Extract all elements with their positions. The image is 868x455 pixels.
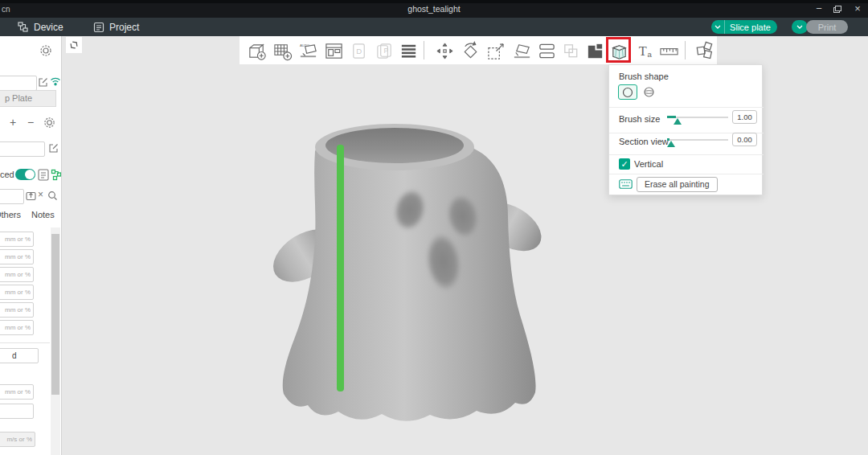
move-icon[interactable] — [433, 39, 456, 62]
add-plate-icon[interactable] — [271, 39, 293, 62]
brush-size-slider-handle[interactable] — [674, 118, 682, 125]
sidebar-collapse-button[interactable] — [66, 37, 82, 53]
ghost-model[interactable] — [269, 105, 551, 442]
edit-filament-icon[interactable] — [48, 143, 59, 155]
section-view-input[interactable] — [732, 133, 757, 146]
remove-filament-button[interactable]: − — [27, 116, 34, 129]
collapse-arrows-icon — [68, 39, 81, 52]
split-objects-icon[interactable] — [535, 39, 558, 62]
close-button[interactable]: × — [849, 2, 866, 16]
scrollbar-thumb[interactable] — [51, 234, 59, 395]
dropdown-field[interactable] — [0, 348, 39, 363]
wifi-icon[interactable] — [50, 77, 61, 88]
section-view-slider-handle[interactable] — [667, 141, 675, 147]
print-dropdown-chevron-icon[interactable] — [792, 20, 808, 34]
advanced-toggle[interactable] — [15, 169, 35, 180]
project-icon — [93, 22, 104, 33]
tab-others[interactable]: Others — [0, 210, 21, 219]
ghost-body — [283, 129, 536, 420]
param-field[interactable] — [0, 302, 34, 318]
tab-device[interactable]: Device — [18, 18, 63, 36]
window-title: ghost_tealight — [0, 4, 868, 14]
brush-size-slider[interactable] — [667, 112, 728, 123]
sidebar-scrollbar[interactable] — [51, 228, 60, 455]
import-p-icon: P — [373, 39, 395, 62]
tab-project-label: Project — [109, 22, 139, 33]
arrange-icon[interactable] — [322, 39, 345, 62]
save-preset-icon[interactable] — [26, 191, 36, 203]
vertical-checkbox[interactable]: ✓ — [619, 158, 630, 170]
text-tool-icon[interactable]: T a — [634, 39, 657, 62]
brush-shape-label: Brush shape — [619, 72, 669, 81]
toolbar: AUTO D P — [240, 36, 717, 64]
objects-tree-icon[interactable] — [51, 169, 62, 182]
section-view-label: Section view — [619, 137, 669, 146]
slice-dropdown-chevron-icon[interactable] — [711, 20, 725, 34]
filament-input[interactable] — [0, 141, 45, 157]
maximize-icon — [835, 6, 841, 11]
layers-icon[interactable] — [397, 39, 420, 62]
text-tool-glyph-a: a — [647, 50, 652, 59]
print-label: Print — [818, 23, 837, 32]
printer-name-input[interactable] — [0, 76, 37, 91]
print-button[interactable]: Print — [806, 20, 848, 34]
clear-search-icon[interactable]: × — [38, 189, 43, 200]
brush-size-input[interactable] — [732, 110, 757, 124]
section-view-slider[interactable] — [667, 134, 728, 146]
param-search-input[interactable] — [0, 189, 24, 204]
place-on-face-icon[interactable] — [510, 39, 533, 62]
variable-layer-height-icon[interactable] — [583, 39, 606, 62]
slice-plate-button[interactable]: Slice plate — [711, 20, 777, 34]
measure-icon[interactable] — [657, 39, 680, 62]
param-field[interactable] — [0, 285, 34, 300]
seam-paint-stripe — [337, 145, 344, 391]
tab-project[interactable]: Project — [93, 18, 139, 36]
divider — [609, 174, 764, 174]
brush-shape-sphere-button[interactable] — [643, 86, 655, 100]
ghost-cup-opening — [326, 128, 464, 163]
param-field[interactable] — [0, 249, 34, 264]
auto-glyph: AUTO — [299, 43, 309, 47]
scale-icon[interactable] — [485, 39, 507, 62]
sphere-brush-icon — [643, 86, 655, 98]
toolbar-separator — [685, 41, 686, 59]
add-object-icon[interactable] — [245, 39, 268, 62]
maximize-button[interactable] — [829, 2, 847, 16]
svg-text:P: P — [383, 47, 388, 55]
brush-shape-circle-button[interactable] — [618, 84, 637, 100]
split-parts-icon — [559, 39, 582, 62]
keyboard-shortcuts-icon[interactable] — [619, 179, 633, 191]
search-icon[interactable] — [47, 191, 58, 203]
speed-field-disabled — [0, 432, 35, 447]
viewport-3d[interactable]: AUTO D P — [62, 36, 868, 455]
erase-all-painting-button[interactable]: Erase all painting — [637, 177, 718, 192]
minimize-button[interactable]: − — [810, 2, 828, 16]
param-field[interactable] — [0, 267, 34, 282]
seam-painting-icon[interactable] — [608, 39, 630, 62]
rotate-icon[interactable] — [459, 39, 481, 62]
parameter-list-icon[interactable] — [38, 169, 49, 182]
menu-bar: Device Project Slice plate Print — [0, 18, 868, 36]
import-d-icon: D — [347, 39, 370, 62]
device-icon — [18, 22, 29, 33]
advanced-label: ced — [0, 170, 14, 179]
slice-plate-label: Slice plate — [725, 23, 777, 32]
brush-size-label: Brush size — [619, 114, 660, 124]
add-filament-button[interactable]: + — [10, 116, 16, 129]
plate-type-button[interactable]: p Plate — [0, 90, 56, 107]
param-field[interactable] — [0, 320, 34, 335]
printer-settings-gear-icon[interactable] — [39, 44, 52, 59]
edit-printer-icon[interactable] — [38, 77, 48, 89]
param-field[interactable] — [0, 384, 34, 400]
param-field[interactable] — [0, 404, 34, 419]
window-top-strip — [0, 0, 868, 3]
title-bar: cn ghost_tealight − × — [0, 0, 868, 18]
auto-orient-icon[interactable]: AUTO — [297, 39, 319, 62]
check-icon: ✓ — [620, 159, 628, 169]
filament-settings-gear-icon[interactable] — [43, 117, 55, 130]
advanced-mode-row: ced — [0, 167, 62, 183]
assembly-view-icon[interactable] — [693, 39, 715, 62]
tab-notes[interactable]: Notes — [31, 210, 55, 219]
param-field[interactable] — [0, 232, 34, 247]
svg-text:D: D — [356, 47, 362, 55]
